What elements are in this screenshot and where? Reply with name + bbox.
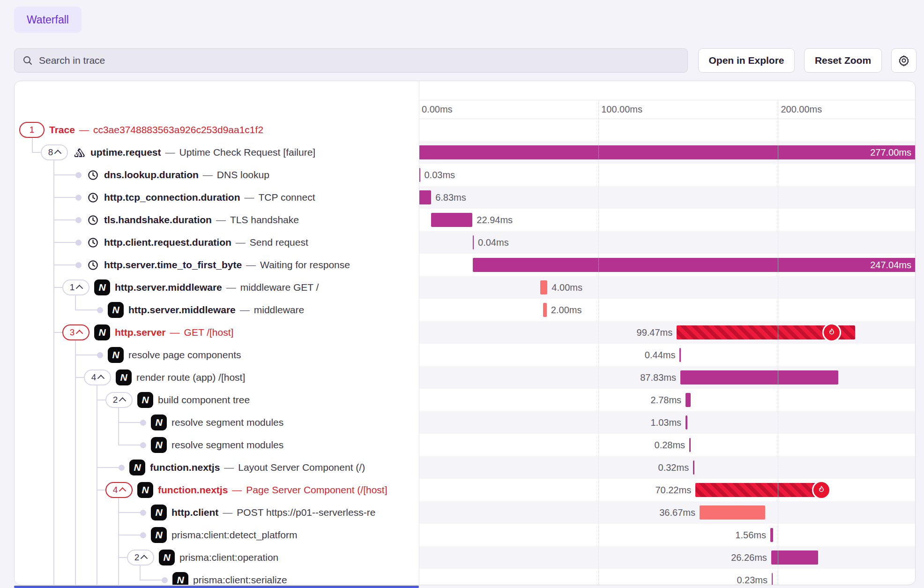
expand-collapse-pill[interactable]: 3 bbox=[62, 324, 89, 340]
trace-row-label-cell[interactable]: http.client.request.duration—Send reques… bbox=[15, 231, 419, 254]
waterfall-cell[interactable]: 1.03ms bbox=[419, 411, 916, 434]
trace-row[interactable]: Nresolve segment modules1.03ms bbox=[15, 411, 916, 434]
waterfall-cell[interactable]: 0.03ms bbox=[419, 164, 916, 186]
trace-row[interactable]: http.server.time_to_first_byte—Waiting f… bbox=[15, 254, 916, 276]
trace-row-label-cell[interactable]: Nresolve page components bbox=[15, 344, 419, 366]
trace-row-label-cell[interactable]: Nresolve segment modules bbox=[15, 434, 419, 456]
expand-collapse-pill[interactable]: 8 bbox=[41, 144, 68, 160]
trace-row-label-cell[interactable]: 1Nhttp.server.middleware—middleware GET … bbox=[15, 276, 419, 299]
trace-row[interactable]: Nresolve segment modules0.28ms bbox=[15, 434, 916, 456]
tab-waterfall[interactable]: Waterfall bbox=[14, 7, 82, 33]
span-description: prisma:client:serialize bbox=[193, 574, 287, 585]
trace-row[interactable]: Nhttp.server.middleware—middleware2.00ms bbox=[15, 299, 916, 321]
trace-row-label-cell[interactable]: Nhttp.server.middleware—middleware bbox=[15, 299, 419, 321]
waterfall-cell[interactable] bbox=[419, 119, 916, 141]
pill-count: 2 bbox=[113, 395, 118, 405]
span-bar[interactable] bbox=[680, 370, 838, 384]
trace-row[interactable]: 8uptime.request—Uptime Check Request [fa… bbox=[15, 141, 916, 164]
drawer-divider[interactable] bbox=[14, 586, 419, 588]
trace-row-label-cell[interactable]: 4Nfunction.nextjs—Page Server Component … bbox=[15, 479, 419, 501]
span-bar[interactable] bbox=[772, 573, 773, 585]
trace-row-label-cell[interactable]: 8uptime.request—Uptime Check Request [fa… bbox=[15, 141, 419, 164]
waterfall-cell[interactable]: 36.67ms bbox=[419, 501, 916, 524]
expand-collapse-pill[interactable]: 4 bbox=[84, 369, 111, 385]
trace-row[interactable]: 2Nprisma:client:operation26.26ms bbox=[15, 546, 916, 569]
span-bar[interactable] bbox=[679, 348, 681, 362]
trace-row-label-cell[interactable]: http.server.time_to_first_byte—Waiting f… bbox=[15, 254, 419, 276]
open-in-explore-button[interactable]: Open in Explore bbox=[698, 48, 795, 73]
reset-zoom-button[interactable]: Reset Zoom bbox=[804, 48, 882, 73]
chevron-up-icon bbox=[141, 555, 148, 562]
span-op: function.nextjs bbox=[150, 462, 220, 473]
trace-row[interactable]: http.client.request.duration—Send reques… bbox=[15, 231, 916, 254]
trace-row-label-cell[interactable]: Nfunction.nextjs—Layout Server Component… bbox=[15, 456, 419, 479]
trace-row[interactable]: Nprisma:client:serialize0.23ms bbox=[15, 569, 916, 585]
trace-row-label-cell[interactable]: Nhttp.client—POST https://p01--serverles… bbox=[15, 501, 419, 524]
fire-error-badge[interactable] bbox=[812, 481, 831, 499]
trace-row[interactable]: 3Nhttp.server—GET /[host]99.47ms bbox=[15, 321, 916, 344]
expand-collapse-pill[interactable]: 1 bbox=[62, 279, 89, 295]
trace-row[interactable]: 2Nbuild component tree2.78ms bbox=[15, 389, 916, 411]
expand-collapse-pill[interactable]: 2 bbox=[105, 392, 133, 408]
span-bar[interactable] bbox=[419, 190, 431, 204]
trace-row-label-cell[interactable]: dns.lookup.duration—DNS lookup bbox=[15, 164, 419, 186]
span-bar[interactable] bbox=[431, 213, 472, 227]
trace-row[interactable]: dns.lookup.duration—DNS lookup0.03ms bbox=[15, 164, 916, 186]
trace-row[interactable]: Nresolve page components0.44ms bbox=[15, 344, 916, 366]
span-bar[interactable]: 247.04ms bbox=[473, 258, 916, 272]
span-bar[interactable]: 277.00ms bbox=[419, 145, 916, 159]
span-bar[interactable] bbox=[693, 460, 694, 475]
waterfall-cell[interactable]: 70.22ms bbox=[419, 479, 916, 501]
waterfall-cell[interactable]: 0.04ms bbox=[419, 231, 916, 254]
trace-row-label-cell[interactable]: 2Nbuild component tree bbox=[15, 389, 419, 411]
waterfall-cell[interactable]: 247.04ms bbox=[419, 254, 916, 276]
trace-row[interactable]: 1Nhttp.server.middleware—middleware GET … bbox=[15, 276, 916, 299]
trace-row[interactable]: Nprisma:client:detect_platform1.56ms bbox=[15, 524, 916, 546]
waterfall-cell[interactable]: 2.00ms bbox=[419, 299, 916, 321]
trace-row-label-cell[interactable]: 1Trace—cc3ae3748883563a926c253d9aa1c1f2 bbox=[15, 119, 419, 141]
waterfall-cell[interactable]: 22.94ms bbox=[419, 209, 916, 231]
waterfall-cell[interactable]: 0.28ms bbox=[419, 434, 916, 456]
waterfall-cell[interactable]: 1.56ms bbox=[419, 524, 916, 546]
settings-button[interactable] bbox=[891, 48, 917, 73]
waterfall-cell[interactable]: 277.00ms bbox=[419, 141, 916, 164]
trace-row[interactable]: 4Nfunction.nextjs—Page Server Component … bbox=[15, 479, 916, 501]
span-bar[interactable] bbox=[473, 235, 474, 249]
waterfall-cell[interactable]: 0.44ms bbox=[419, 344, 916, 366]
trace-row[interactable]: Nfunction.nextjs—Layout Server Component… bbox=[15, 456, 916, 479]
waterfall-cell[interactable]: 6.83ms bbox=[419, 186, 916, 209]
span-bar[interactable] bbox=[686, 415, 687, 430]
trace-row-label-cell[interactable]: 2Nprisma:client:operation bbox=[15, 546, 419, 569]
span-bar[interactable] bbox=[700, 505, 766, 520]
trace-row[interactable]: tls.handshake.duration—TLS handshake22.9… bbox=[15, 209, 916, 231]
span-bar[interactable] bbox=[695, 483, 821, 497]
trace-row-label-cell[interactable]: tls.handshake.duration—TLS handshake bbox=[15, 209, 419, 231]
trace-row-label-cell[interactable]: Nresolve segment modules bbox=[15, 411, 419, 434]
waterfall-cell[interactable]: 99.47ms bbox=[419, 321, 916, 344]
span-bar[interactable] bbox=[689, 438, 691, 452]
waterfall-cell[interactable]: 26.26ms bbox=[419, 546, 916, 569]
waterfall-cell[interactable]: 0.23ms bbox=[419, 569, 916, 585]
trace-row-label-cell[interactable]: http.tcp_connection.duration—TCP connect bbox=[15, 186, 419, 209]
trace-row-label-cell[interactable]: 4Nrender route (app) /[host] bbox=[15, 366, 419, 389]
trace-row-label-cell[interactable]: Nprisma:client:serialize bbox=[15, 569, 419, 585]
trace-row[interactable]: 4Nrender route (app) /[host]87.83ms bbox=[15, 366, 916, 389]
waterfall-cell[interactable]: 87.83ms bbox=[419, 366, 916, 389]
trace-row[interactable]: Nhttp.client—POST https://p01--serverles… bbox=[15, 501, 916, 524]
span-bar[interactable] bbox=[770, 528, 773, 542]
trace-row[interactable]: http.tcp_connection.duration—TCP connect… bbox=[15, 186, 916, 209]
span-bar[interactable] bbox=[543, 303, 547, 317]
span-bar[interactable] bbox=[540, 280, 547, 294]
trace-row-label-cell[interactable]: 3Nhttp.server—GET /[host] bbox=[15, 321, 419, 344]
expand-collapse-pill[interactable]: 2 bbox=[127, 550, 154, 565]
trace-count-pill[interactable]: 1 bbox=[19, 122, 45, 138]
waterfall-cell[interactable]: 4.00ms bbox=[419, 276, 916, 299]
search-input[interactable]: Search in trace bbox=[14, 48, 688, 73]
trace-row[interactable]: 1Trace—cc3ae3748883563a926c253d9aa1c1f2 bbox=[15, 119, 916, 141]
waterfall-cell[interactable]: 0.32ms bbox=[419, 456, 916, 479]
nextjs-icon: N bbox=[94, 279, 110, 295]
expand-collapse-pill[interactable]: 4 bbox=[105, 482, 133, 498]
waterfall-cell[interactable]: 2.78ms bbox=[419, 389, 916, 411]
span-bar[interactable] bbox=[686, 393, 691, 407]
trace-row-label-cell[interactable]: Nprisma:client:detect_platform bbox=[15, 524, 419, 546]
